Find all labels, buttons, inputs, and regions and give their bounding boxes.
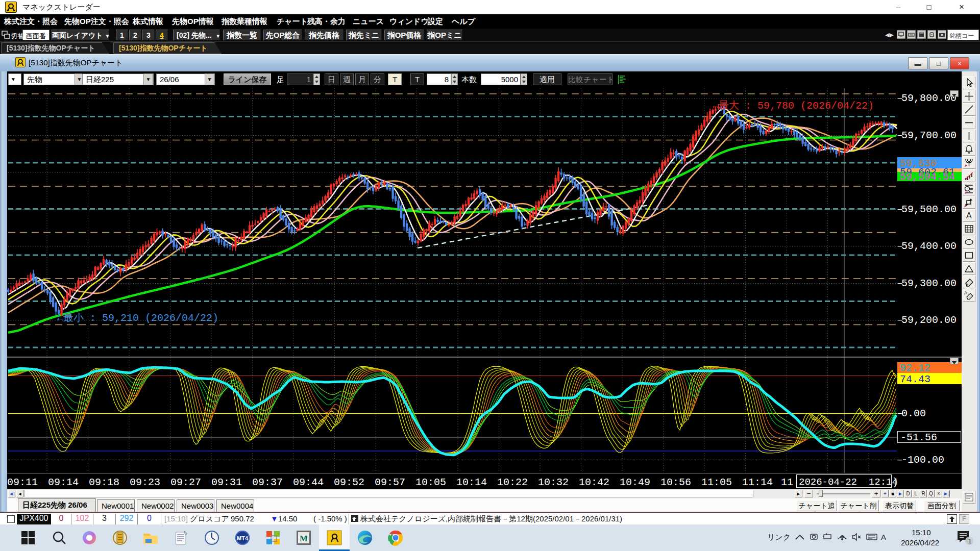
svg-text:M: M xyxy=(300,534,308,543)
svg-text:A: A xyxy=(881,533,886,541)
svg-text:1: 1 xyxy=(968,537,972,545)
svg-text:A: A xyxy=(966,211,972,220)
svg-text:A: A xyxy=(964,290,967,295)
svg-text:←最小 : 59,210 (2026/04/22): ←最小 : 59,210 (2026/04/22) xyxy=(57,312,218,324)
svg-text:MT4: MT4 xyxy=(237,535,249,541)
svg-text:←最大 : 59,780 (2026/04/22): ←最大 : 59,780 (2026/04/22) xyxy=(713,100,874,112)
